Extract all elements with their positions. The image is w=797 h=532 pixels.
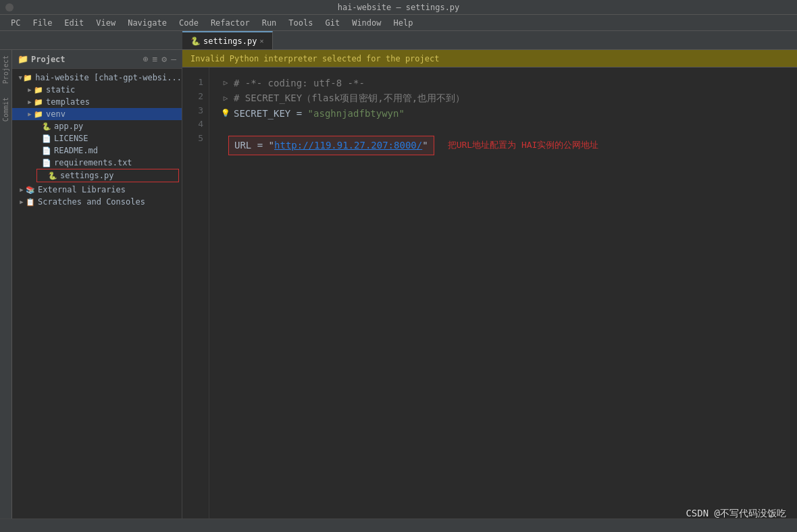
file-tree: ▼ 📁 hai-website [chat-gpt-websi... ▶ 📁 s…: [12, 69, 182, 532]
warning-banner: Invalid Python interpreter selected for …: [182, 50, 797, 68]
url-eq: =: [251, 138, 268, 153]
gutter-icon-2: ▷: [220, 92, 231, 105]
code-line-2: ▷ # SECRET_KEY（flask项目密钥,不用管,也用不到）: [220, 90, 797, 105]
static-label: static: [46, 85, 75, 95]
code-editor[interactable]: 1 2 3 4 5 ▷ # -*- coding: utf-8 -*- ▷ # …: [182, 68, 797, 532]
templates-folder-icon: 📁: [34, 98, 43, 107]
menu-window[interactable]: Window: [346, 17, 386, 29]
scratches-label: Scratches and Consoles: [38, 197, 145, 207]
url-annotation: 把URL地址配置为 HAI实例的公网地址: [448, 138, 599, 153]
line-num-5: 5: [182, 132, 203, 146]
tree-requirements[interactable]: 📄 requirements.txt: [12, 157, 182, 169]
secret-key-var: SECRET_KEY: [234, 106, 290, 121]
code-text-1: # -*- coding: utf-8 -*-: [234, 76, 365, 90]
url-var: URL: [234, 138, 251, 153]
code-line-3: 💡 SECRET_KEY = "asghnjadfbtywyn": [220, 106, 797, 121]
secret-key-val: "asghnjadfbtywyn": [308, 106, 405, 121]
menu-git[interactable]: Git: [319, 17, 345, 29]
project-panel: 📁 Project ⊕ ≡ ⚙ — ▼ 📁 hai-website [chat-…: [12, 50, 182, 532]
scratches-icon: 📋: [26, 198, 35, 207]
tree-scratches[interactable]: ▶ 📋 Scratches and Consoles: [12, 196, 182, 208]
menu-bar: PC File Edit View Navigate Code Refactor…: [0, 15, 797, 31]
tab-settings-py[interactable]: 🐍 settings.py ✕: [182, 31, 273, 49]
main-layout: Project Commit 📁 Project ⊕ ≡ ⚙ — ▼ 📁 hai…: [0, 50, 797, 532]
venv-label: venv: [46, 109, 66, 119]
url-quote-open: ": [269, 138, 274, 153]
tree-readme[interactable]: 📄 README.md: [12, 144, 182, 157]
menu-file[interactable]: File: [27, 17, 57, 29]
menu-run[interactable]: Run: [257, 17, 282, 29]
menu-view[interactable]: View: [91, 17, 121, 29]
settingspy-icon: 🐍: [48, 171, 57, 180]
title-bar-title: hai-website – settings.py: [338, 3, 460, 12]
project-header: 📁 Project ⊕ ≡ ⚙ —: [12, 50, 182, 69]
tree-external-libraries[interactable]: ▶ 📚 External Libraries: [12, 184, 182, 196]
project-title: Project: [31, 55, 140, 64]
venv-folder-icon: 📁: [34, 110, 43, 119]
license-label: LICENSE: [54, 134, 88, 143]
url-quote-close: ": [422, 138, 428, 153]
status-bar: [0, 518, 797, 532]
tree-venv[interactable]: ▶ 📁 venv: [12, 108, 182, 120]
gutter-icon-1: ▷: [220, 77, 231, 89]
readme-icon: 📄: [42, 147, 51, 155]
root-folder-icon: 📁: [23, 74, 32, 82]
extlib-icon: 📚: [26, 186, 35, 194]
sidebar-label-commit[interactable]: Commit: [2, 97, 9, 122]
code-text-2: # SECRET_KEY（flask项目密钥,不用管,也用不到）: [234, 90, 465, 105]
apppy-label: app.py: [54, 122, 83, 131]
menu-refactor[interactable]: Refactor: [205, 17, 255, 29]
menu-edit[interactable]: Edit: [59, 17, 89, 29]
code-content[interactable]: ▷ # -*- coding: utf-8 -*- ▷ # SECRET_KEY…: [209, 68, 797, 532]
warning-text: Invalid Python interpreter selected for …: [190, 54, 439, 63]
line-num-4: 4: [182, 117, 203, 132]
project-settings-icon[interactable]: ⚙: [161, 54, 167, 64]
title-bar: hai-website – settings.py: [0, 0, 797, 15]
line-num-3: 3: [182, 104, 203, 118]
code-line-1: ▷ # -*- coding: utf-8 -*-: [220, 76, 797, 90]
requirements-icon: 📄: [42, 159, 51, 167]
project-close-icon[interactable]: —: [171, 54, 176, 64]
sidebar-labels: Project Commit: [0, 50, 12, 532]
settingspy-label: settings.py: [60, 171, 113, 180]
root-arrow: ▼: [18, 74, 23, 81]
license-icon: 📄: [42, 134, 51, 143]
code-line-5: URL = " http://119.91.27.207:8000/ " 把UR…: [220, 136, 797, 155]
code-line-4: [220, 121, 797, 136]
lightbulb-icon: 💡: [220, 107, 231, 119]
project-collapse-icon[interactable]: ≡: [153, 54, 158, 64]
project-folder-icon: 📁: [18, 54, 28, 64]
apppy-icon: 🐍: [42, 122, 51, 131]
project-header-icons: ⊕ ≡ ⚙ —: [143, 54, 176, 64]
tree-settingspy[interactable]: 🐍 settings.py: [36, 169, 179, 182]
menu-pc[interactable]: PC: [5, 17, 26, 29]
secret-key-eq: =: [290, 106, 307, 121]
requirements-label: requirements.txt: [54, 158, 132, 167]
line-num-1: 1: [182, 76, 203, 90]
title-bar-left: [5, 3, 14, 11]
static-folder-icon: 📁: [34, 86, 43, 95]
tab-bar: 🐍 settings.py ✕: [0, 31, 797, 50]
venv-arrow: ▶: [26, 111, 34, 117]
tab-label: settings.py: [203, 36, 257, 46]
tab-close-button[interactable]: ✕: [259, 37, 263, 45]
project-add-icon[interactable]: ⊕: [143, 54, 149, 64]
scratches-arrow: ▶: [18, 198, 26, 205]
root-label: hai-website [chat-gpt-websi...: [35, 73, 182, 82]
menu-help[interactable]: Help: [388, 17, 419, 29]
menu-tools[interactable]: Tools: [283, 17, 318, 29]
extlib-arrow: ▶: [18, 186, 26, 193]
static-arrow: ▶: [26, 86, 34, 93]
url-value[interactable]: http://119.91.27.207:8000/: [274, 138, 422, 153]
menu-code[interactable]: Code: [174, 17, 204, 29]
menu-navigate[interactable]: Navigate: [122, 17, 172, 29]
sidebar-label-project[interactable]: Project: [2, 55, 9, 84]
editor-area: Invalid Python interpreter selected for …: [182, 50, 797, 532]
tree-templates[interactable]: ▶ 📁 templates: [12, 96, 182, 108]
tree-apppy[interactable]: 🐍 app.py: [12, 120, 182, 132]
tab-py-icon: 🐍: [190, 36, 201, 46]
templates-label: templates: [46, 97, 90, 107]
tree-static[interactable]: ▶ 📁 static: [12, 84, 182, 96]
tree-root[interactable]: ▼ 📁 hai-website [chat-gpt-websi...: [12, 72, 182, 84]
tree-license[interactable]: 📄 LICENSE: [12, 132, 182, 144]
